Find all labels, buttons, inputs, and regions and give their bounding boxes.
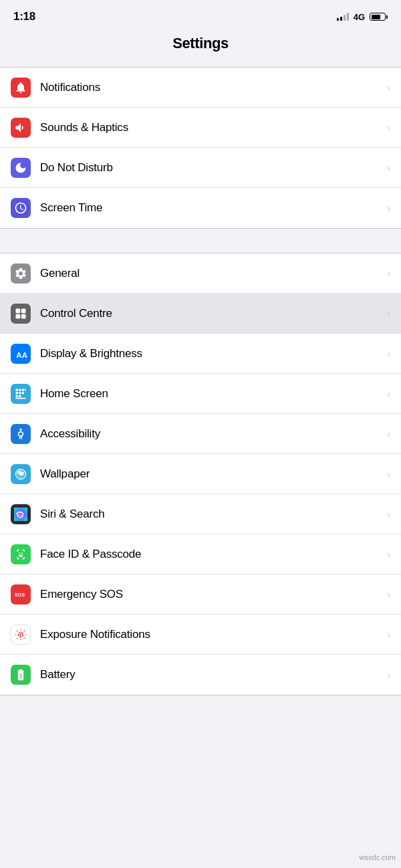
faceid-label: Face ID & Passcode	[40, 548, 384, 561]
section-gap-bottom	[0, 695, 401, 720]
settings-row-display[interactable]: AA Display & Brightness ›	[0, 334, 401, 374]
battery-chevron: ›	[387, 669, 390, 680]
svg-rect-6	[19, 389, 21, 391]
settings-row-battery[interactable]: Battery ›	[0, 655, 401, 695]
signal-bar-2	[340, 17, 342, 21]
status-bar: 1:18 4G	[0, 0, 401, 29]
svg-rect-11	[22, 392, 24, 394]
svg-point-27	[17, 630, 18, 631]
battery-fill	[372, 15, 380, 19]
settings-row-notifications[interactable]: Notifications ›	[0, 68, 401, 108]
faceid-icon	[11, 544, 31, 564]
settings-row-donotdisturb[interactable]: Do Not Disturb ›	[0, 148, 401, 188]
signal-bar-3	[344, 15, 346, 21]
settings-row-screentime[interactable]: Screen Time ›	[0, 188, 401, 228]
svg-point-15	[19, 428, 21, 430]
svg-text:SOS: SOS	[15, 592, 25, 598]
svg-rect-12	[16, 395, 18, 397]
controlcentre-icon	[11, 304, 31, 324]
signal-bar-1	[337, 18, 339, 21]
settings-row-faceid[interactable]: Face ID & Passcode ›	[0, 534, 401, 574]
wallpaper-icon	[11, 464, 31, 484]
screentime-label: Screen Time	[40, 201, 384, 215]
display-chevron: ›	[387, 348, 390, 359]
battery-settings-icon	[11, 665, 31, 685]
notifications-chevron: ›	[387, 82, 390, 93]
sounds-icon	[11, 118, 31, 138]
svg-rect-3	[21, 314, 26, 318]
sounds-label: Sounds & Haptics	[40, 121, 384, 134]
svg-point-30	[17, 637, 18, 639]
svg-text:AA: AA	[16, 350, 27, 358]
wallpaper-chevron: ›	[387, 469, 390, 479]
accessibility-label: Accessibility	[40, 427, 384, 441]
siri-chevron: ›	[387, 509, 390, 520]
svg-rect-14	[16, 397, 26, 399]
status-time: 1:18	[13, 10, 35, 23]
settings-row-wallpaper[interactable]: Wallpaper ›	[0, 454, 401, 494]
notifications-label: Notifications	[40, 81, 384, 94]
svg-point-25	[15, 634, 17, 635]
settings-row-sos[interactable]: SOS Emergency SOS ›	[0, 574, 401, 615]
sos-icon: SOS	[11, 584, 31, 605]
settings-row-controlcentre[interactable]: Control Centre ›	[0, 294, 401, 334]
general-label: General	[40, 267, 384, 280]
section-gap-top	[0, 60, 401, 67]
signal-bars-icon	[337, 13, 349, 21]
settings-section-1: Notifications › Sounds & Haptics › Do No…	[0, 67, 401, 229]
display-label: Display & Brightness	[40, 347, 384, 360]
svg-rect-2	[16, 314, 21, 318]
sounds-chevron: ›	[387, 122, 390, 133]
general-chevron: ›	[387, 268, 390, 279]
general-icon	[11, 263, 31, 284]
settings-section-2: General › Control Centre › AA Display & …	[0, 253, 401, 695]
signal-type: 4G	[354, 12, 365, 22]
signal-bar-4	[347, 13, 349, 21]
settings-row-exposure[interactable]: Exposure Notifications ›	[0, 615, 401, 655]
homescreen-chevron: ›	[387, 389, 390, 399]
svg-point-26	[25, 634, 27, 635]
display-icon: AA	[11, 344, 31, 364]
svg-rect-10	[19, 392, 21, 394]
page-title: Settings	[172, 35, 229, 51]
settings-row-general[interactable]: General ›	[0, 253, 401, 294]
donotdisturb-chevron: ›	[387, 162, 390, 173]
settings-row-sounds[interactable]: Sounds & Haptics ›	[0, 108, 401, 148]
svg-rect-13	[19, 395, 21, 397]
screentime-chevron: ›	[387, 203, 390, 213]
wallpaper-label: Wallpaper	[40, 467, 384, 481]
battery-tip	[386, 15, 388, 19]
screentime-icon	[11, 198, 31, 218]
faceid-chevron: ›	[387, 549, 390, 560]
siri-label: Siri & Search	[40, 508, 384, 521]
homescreen-icon	[11, 384, 31, 404]
svg-point-22	[20, 633, 22, 635]
battery-icon	[370, 13, 388, 21]
exposure-label: Exposure Notifications	[40, 628, 384, 641]
svg-rect-9	[16, 392, 18, 394]
donotdisturb-label: Do Not Disturb	[40, 161, 384, 175]
status-icons: 4G	[337, 12, 388, 22]
notifications-icon	[11, 78, 31, 98]
accessibility-icon	[11, 424, 31, 444]
settings-row-homescreen[interactable]: Home Screen ›	[0, 374, 401, 414]
settings-row-siri[interactable]: Siri & Search ›	[0, 494, 401, 534]
controlcentre-chevron: ›	[387, 308, 390, 319]
svg-rect-5	[16, 389, 18, 391]
page-header: Settings	[0, 29, 401, 60]
section-gap-middle	[0, 229, 401, 253]
donotdisturb-icon	[11, 158, 31, 178]
svg-rect-1	[21, 308, 26, 313]
sos-chevron: ›	[387, 589, 390, 600]
exposure-icon	[11, 625, 31, 645]
homescreen-label: Home Screen	[40, 387, 384, 401]
svg-rect-8	[25, 389, 26, 391]
watermark: wsxdc.com	[360, 853, 396, 861]
accessibility-chevron: ›	[387, 429, 390, 439]
svg-point-28	[24, 637, 25, 639]
svg-rect-7	[22, 389, 24, 391]
controlcentre-label: Control Centre	[40, 307, 384, 320]
battery-label: Battery	[40, 668, 384, 681]
svg-point-29	[24, 630, 25, 631]
settings-row-accessibility[interactable]: Accessibility ›	[0, 414, 401, 454]
